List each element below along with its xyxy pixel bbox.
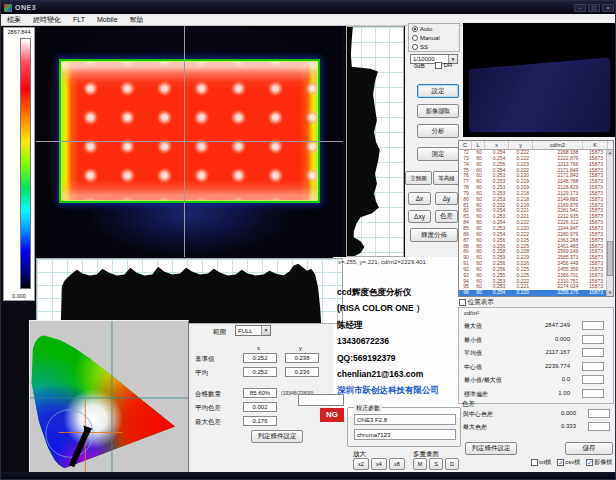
capture-button[interactable]: 影像擷取 [417, 104, 459, 118]
range-dropdown[interactable]: FULL▼ [235, 325, 271, 336]
average-x-field[interactable]: 0.252 [243, 367, 277, 377]
calibration-group: 校正參數 ONE3 F2.8 chroma7123 [347, 407, 461, 447]
info-line: QQ:569192379 [337, 350, 465, 366]
table-body: 72600.2540.2222268.1881587373600.2540.22… [459, 150, 606, 296]
zoom-x4-button[interactable]: x4 [371, 458, 387, 470]
heatmap-crosshair-horizontal[interactable] [36, 141, 343, 142]
threshold-box[interactable] [582, 348, 604, 357]
checkbox-csv檔[interactable]: ✓ [557, 459, 564, 466]
dr-checkbox[interactable] [435, 62, 442, 69]
colordiff-button[interactable]: 色差 [435, 210, 458, 223]
chevron-down-icon[interactable]: ▼ [261, 326, 270, 335]
table-scrollbar[interactable]: ▲ ▼ [606, 150, 613, 296]
luminance-heatmap[interactable] [36, 26, 343, 257]
stat-value: 0.000 [555, 336, 570, 342]
horizontal-profile-chart [36, 258, 343, 324]
radio-ss[interactable] [412, 44, 418, 50]
vertical-profile-shape [347, 27, 403, 256]
file-format-checks: txt檔✓csv檔✓影像檔 [531, 458, 612, 467]
title-bar: ONE3 – □ × [1, 1, 616, 14]
app-window: ONE3 – □ × 檔案經時變化FLTMobile幫助 2867.844 0.… [0, 0, 616, 480]
zoom-x2-button[interactable]: x2 [353, 458, 369, 470]
radio-row-Auto[interactable]: Auto [409, 24, 459, 33]
multiview-S-button[interactable]: S [429, 458, 443, 470]
cie-chromaticity-diagram[interactable] [29, 320, 189, 473]
radio-auto[interactable] [412, 26, 418, 32]
luminance-dist-button[interactable]: 輝度分佈 [410, 228, 458, 242]
camera-preview [463, 23, 615, 137]
delta-y-button[interactable]: Δy [435, 192, 458, 205]
gain-label: 0dB [414, 63, 425, 69]
calibration-lens-field[interactable]: ONE3 F2.8 [354, 414, 456, 425]
window-title: ONE3 [15, 4, 36, 11]
reference-y-field[interactable]: 0.238 [285, 353, 319, 363]
range-value: FULL [236, 328, 261, 334]
threshold-box[interactable] [582, 389, 604, 398]
file-check-影像檔[interactable]: ✓影像檔 [586, 458, 612, 467]
cursor-coordinate-readout: x=.255, y=.221, cd/m2=2229.401 [338, 259, 463, 265]
col-y-header: y [299, 345, 302, 351]
scrollbar-thumb[interactable] [607, 241, 613, 276]
close-button[interactable]: × [602, 4, 614, 12]
delta-x-button[interactable]: Δx [408, 192, 431, 205]
radio-row-SS[interactable]: SS [409, 42, 459, 51]
menu-item-Mobile[interactable]: Mobile [91, 14, 124, 26]
info-line: ccd辉度色度分析仪 [337, 284, 465, 300]
position-display-row[interactable]: 位置表示 [459, 298, 494, 307]
average-y-field[interactable]: 0.236 [285, 367, 319, 377]
threshold-box[interactable] [582, 362, 604, 371]
stat-value: 2847.249 [545, 322, 570, 328]
delta-xy-button[interactable]: Δxy [408, 210, 431, 223]
radio-label-Manual: Manual [420, 35, 440, 41]
table-cell: 15873 [581, 290, 606, 296]
multiview-M-button[interactable]: M [413, 458, 427, 470]
position-display-label: 位置表示 [468, 298, 494, 305]
contour-button[interactable]: 等高線 [433, 171, 460, 185]
minimize-button[interactable]: – [574, 4, 586, 12]
threshold-box[interactable] [588, 422, 610, 431]
info-line: (RISA COLOR ONE ） [337, 300, 465, 316]
measure-button[interactable]: 測定 [417, 147, 459, 161]
col-x-header: x [257, 345, 260, 351]
file-check-txt檔[interactable]: txt檔 [531, 458, 551, 467]
colordiff-row-1: 最大色差0.333 [463, 421, 614, 433]
checkbox-txt檔[interactable] [531, 459, 538, 466]
calibration-chroma-field[interactable]: chroma7123 [354, 429, 456, 440]
vendor-info-text: ccd辉度色度分析仪(RISA COLOR ONE ）陈经理1343067223… [337, 284, 465, 399]
threshold-box[interactable] [582, 335, 604, 344]
horizontal-profile-shape [37, 259, 342, 323]
solid-view-button[interactable]: 立體圖 [405, 171, 432, 185]
threshold-box[interactable] [582, 375, 604, 384]
table-cell: 2256.175 [532, 290, 581, 296]
judge-condition-button[interactable]: 判定條件設定 [251, 430, 303, 443]
menu-item-經時變化[interactable]: 經時變化 [27, 14, 67, 26]
judge-condition-button-2[interactable]: 判定條件設定 [465, 442, 517, 455]
file-check-csv檔[interactable]: ✓csv檔 [557, 458, 580, 467]
table-cell: 0.220 [508, 290, 532, 296]
menu-item-幫助[interactable]: 幫助 [124, 14, 150, 26]
scroll-up-icon[interactable]: ▲ [607, 150, 613, 156]
threshold-box[interactable] [582, 321, 604, 330]
threshold-box[interactable] [588, 409, 610, 418]
info-line: 13430672236 [337, 333, 465, 349]
table-row[interactable]: 96600.2540.2202256.17515873 [459, 290, 606, 296]
position-display-checkbox[interactable] [459, 299, 466, 306]
pass-count-label: 合格數量 [195, 390, 221, 399]
radio-row-Manual[interactable]: Manual [409, 33, 459, 42]
multiview-D-button[interactable]: D [445, 458, 459, 470]
stat-row-0: 最大值2847.249 [464, 320, 608, 332]
scroll-down-icon[interactable]: ▼ [607, 290, 613, 296]
zoom-x8-button[interactable]: x8 [389, 458, 405, 470]
reference-x-field[interactable]: 0.252 [243, 353, 277, 363]
save-button[interactable]: 儲存 [565, 442, 613, 455]
heatmap-glow [91, 204, 288, 255]
menu-item-FLT[interactable]: FLT [67, 14, 91, 26]
checkbox-影像檔[interactable]: ✓ [586, 459, 593, 466]
radio-manual[interactable] [412, 35, 418, 41]
dr-checkbox-row[interactable]: DR [435, 62, 452, 69]
maximize-button[interactable]: □ [588, 4, 600, 12]
menu-item-檔案[interactable]: 檔案 [1, 14, 27, 26]
analyze-button[interactable]: 分析 [417, 124, 459, 138]
settings-button[interactable]: 設定 [417, 84, 459, 98]
ng-status-badge: NG [320, 408, 344, 422]
